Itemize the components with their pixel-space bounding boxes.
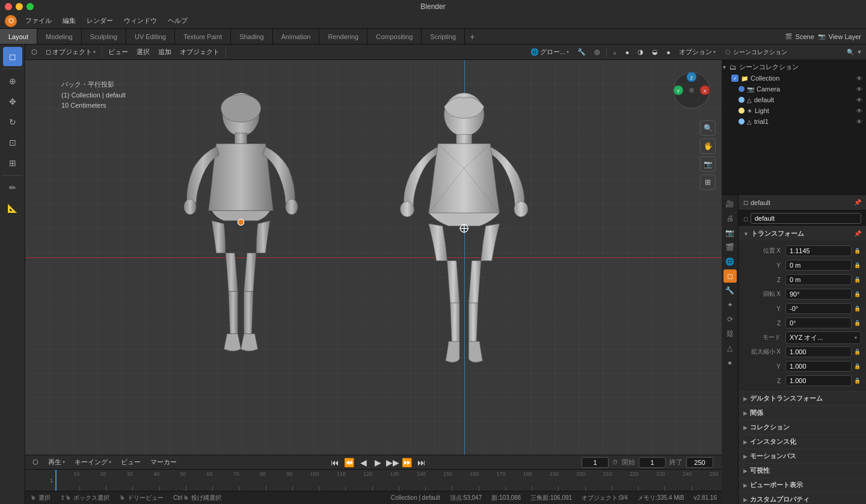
custom-props-header[interactable]: ▶ カスタムプロパティ bbox=[739, 493, 866, 504]
transform-pin[interactable]: 📌 bbox=[854, 230, 861, 237]
relations-header[interactable]: ▶ 間係 bbox=[739, 406, 866, 420]
grid-button[interactable]: ⊞ bbox=[700, 174, 716, 190]
tab-layout[interactable]: Layout bbox=[0, 29, 37, 44]
zoom-in-button[interactable]: 🔍 bbox=[700, 120, 716, 136]
jump-end-button[interactable]: ⏭ bbox=[416, 456, 428, 469]
close-button[interactable] bbox=[5, 3, 12, 10]
keying-button[interactable]: キーイング ▾ bbox=[71, 457, 115, 467]
collection-item[interactable]: ✓ 📁 Collection 👁 bbox=[722, 73, 866, 84]
props-pin-button[interactable]: 📌 bbox=[854, 199, 861, 206]
viewport-canvas[interactable]: バック・平行投影 (1) Collection | default 10 Cen… bbox=[25, 60, 722, 455]
end-frame-input[interactable]: 250 bbox=[686, 457, 713, 468]
playback-button[interactable]: 再生 ▾ bbox=[45, 457, 69, 467]
add-button[interactable]: 追加 bbox=[155, 46, 175, 58]
rotation-y-lock[interactable]: 🔒 bbox=[853, 306, 861, 312]
snap-button[interactable]: 🔧 bbox=[574, 47, 589, 57]
object-name-input[interactable]: default bbox=[751, 213, 861, 224]
location-x-lock[interactable]: 🔒 bbox=[853, 248, 861, 254]
marker-button[interactable]: マーカー bbox=[147, 457, 180, 467]
shading-solid-button[interactable]: ◑ bbox=[634, 47, 647, 57]
modifier-props-button[interactable]: 🔧 bbox=[723, 284, 737, 297]
scale-y-lock[interactable]: 🔒 bbox=[853, 363, 861, 369]
tab-animation[interactable]: Animation bbox=[273, 29, 320, 44]
scene-props-button[interactable]: 🎬 bbox=[723, 241, 737, 254]
scene-label[interactable]: Scene bbox=[796, 33, 814, 40]
add-workspace-button[interactable]: + bbox=[465, 29, 479, 44]
particles-props-button[interactable]: ✦ bbox=[723, 298, 737, 312]
tab-texture-paint[interactable]: Texture Paint bbox=[175, 29, 231, 44]
view-layer-label[interactable]: View Layer bbox=[829, 33, 861, 40]
viewport-display-header[interactable]: ▶ ビューポート表示 bbox=[739, 478, 866, 492]
menu-help[interactable]: ヘルプ bbox=[163, 15, 192, 26]
scale-y-value[interactable]: 1.000 bbox=[785, 361, 852, 372]
visibility-header[interactable]: ▶ 可視性 bbox=[739, 464, 866, 478]
zoom-out-button[interactable]: 🖐 bbox=[700, 138, 716, 154]
location-z-value[interactable]: 0 m bbox=[785, 274, 852, 285]
navigation-gizmo[interactable]: Z X Y bbox=[668, 66, 716, 114]
step-forward-button[interactable]: ▶▶ bbox=[387, 456, 399, 469]
tool-rotate[interactable]: ↻ bbox=[3, 112, 22, 132]
timeline-type-button[interactable]: ⬡ bbox=[29, 458, 42, 467]
tab-scripting[interactable]: Scripting bbox=[422, 29, 465, 44]
prev-keyframe-button[interactable]: ⏪ bbox=[343, 456, 355, 469]
play-button[interactable]: ▶ bbox=[372, 456, 384, 469]
timeline-track[interactable]: 1 10203040506070809010011012013014015016… bbox=[25, 470, 722, 491]
tool-cursor[interactable]: ⊕ bbox=[3, 72, 22, 91]
menu-render[interactable]: レンダー bbox=[82, 15, 118, 26]
world-props-button[interactable]: 🌐 bbox=[723, 255, 737, 268]
collection-checkbox[interactable]: ✓ bbox=[731, 75, 739, 82]
maximize-button[interactable] bbox=[26, 3, 34, 10]
output-props-button[interactable]: 🖨 bbox=[723, 212, 737, 225]
shading-button[interactable]: ● bbox=[622, 48, 633, 57]
options-button[interactable]: オプション ▾ bbox=[675, 46, 719, 58]
view-button[interactable]: ビュー bbox=[105, 46, 132, 58]
menu-edit[interactable]: 編集 bbox=[58, 15, 81, 26]
collections-header[interactable]: ▶ コレクション bbox=[739, 420, 866, 434]
constraints-props-button[interactable]: ⛓ bbox=[723, 327, 737, 340]
menu-window[interactable]: ウィンドウ bbox=[119, 15, 162, 26]
material-props-button[interactable]: ● bbox=[723, 356, 737, 369]
scale-x-lock[interactable]: 🔒 bbox=[853, 349, 861, 355]
jump-start-button[interactable]: ⏮ bbox=[329, 456, 341, 469]
select-button[interactable]: 選択 bbox=[133, 46, 153, 58]
tool-measure[interactable]: 📐 bbox=[3, 198, 22, 218]
object-button[interactable]: オブジェクト bbox=[176, 46, 223, 58]
next-keyframe-button[interactable]: ⏩ bbox=[401, 456, 413, 469]
trial1-item[interactable]: △ trial1 👁 bbox=[722, 116, 866, 127]
tool-annotate[interactable]: ✏ bbox=[3, 178, 22, 197]
rotation-x-lock[interactable]: 🔒 bbox=[853, 291, 861, 297]
delta-transform-header[interactable]: ▶ デルタトランスフォーム bbox=[739, 392, 866, 405]
tool-select[interactable]: ◻ bbox=[3, 47, 22, 66]
default-visibility[interactable]: 👁 bbox=[855, 96, 864, 104]
tool-scale[interactable]: ⊡ bbox=[3, 133, 22, 152]
location-x-value[interactable]: 1.1145 bbox=[785, 245, 852, 256]
tab-uv-editing[interactable]: UV Editing bbox=[126, 29, 175, 44]
timeline-numbers[interactable]: 1020304050607080901001101201301401501601… bbox=[55, 470, 718, 491]
light-item[interactable]: ☀ Light 👁 bbox=[722, 105, 866, 116]
mode-select-button[interactable]: ◻ オブジェクト ▾ bbox=[42, 46, 99, 58]
view-button[interactable]: ビュー bbox=[117, 457, 144, 467]
default-item[interactable]: △ default 👁 bbox=[722, 94, 866, 105]
shading-rendered-button[interactable]: ● bbox=[663, 48, 674, 57]
scale-x-value[interactable]: 1.000 bbox=[785, 346, 852, 357]
rotation-x-value[interactable]: 90° bbox=[785, 289, 852, 300]
location-y-lock[interactable]: 🔒 bbox=[853, 262, 861, 268]
minimize-button[interactable] bbox=[16, 3, 23, 10]
rotation-z-value[interactable]: 0° bbox=[785, 318, 852, 328]
camera-item[interactable]: 📷 Camera 👁 bbox=[722, 84, 866, 94]
object-props-button[interactable]: ◻ bbox=[723, 269, 737, 283]
tab-shading[interactable]: Shading bbox=[231, 29, 272, 44]
proportional-button[interactable]: ◎ bbox=[591, 47, 604, 57]
camera-visibility[interactable]: 👁 bbox=[855, 85, 864, 93]
step-back-button[interactable]: ◀ bbox=[358, 456, 370, 469]
viewport-global-button[interactable]: 🌐 グロー... ▾ bbox=[527, 46, 573, 58]
transform-section-header[interactable]: ▼ トランスフォーム 📌 bbox=[739, 227, 866, 241]
tab-rendering[interactable]: Rendering bbox=[319, 29, 367, 44]
render-props-button[interactable]: 🎥 bbox=[723, 197, 737, 211]
scene-collection-row[interactable]: ▼ 🗂 シーンコレクション bbox=[722, 61, 866, 73]
tool-move[interactable]: ✥ bbox=[3, 92, 22, 111]
rotation-y-value[interactable]: -0° bbox=[785, 303, 852, 314]
physics-props-button[interactable]: ⟳ bbox=[723, 313, 737, 326]
camera-button[interactable]: 📷 bbox=[700, 156, 716, 172]
overlay-button[interactable]: ⬦ bbox=[609, 48, 621, 57]
